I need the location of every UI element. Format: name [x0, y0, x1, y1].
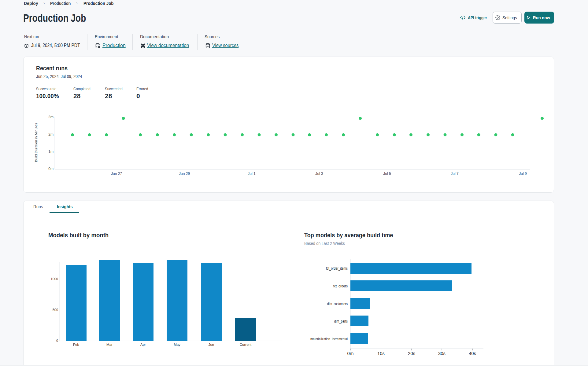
svg-text:materialization_incremental: materialization_incremental	[310, 337, 348, 341]
svg-text:0m: 0m	[347, 351, 354, 356]
svg-text:Jul 3: Jul 3	[315, 172, 323, 176]
svg-text:Jul 1: Jul 1	[248, 172, 256, 176]
svg-text:3m: 3m	[48, 115, 54, 119]
svg-text:Jun 27: Jun 27	[111, 172, 122, 176]
svg-text:Jul 9: Jul 9	[519, 172, 527, 176]
svg-text:Mar: Mar	[106, 343, 113, 346]
svg-text:May: May	[174, 343, 180, 346]
svg-text:Jul 7: Jul 7	[451, 172, 459, 176]
svg-text:0: 0	[56, 339, 58, 342]
svg-text:Jul 5: Jul 5	[383, 172, 391, 176]
svg-text:dim_customers: dim_customers	[327, 302, 348, 306]
svg-text:2m: 2m	[48, 132, 54, 137]
svg-text:Build Duration in Minutes: Build Duration in Minutes	[34, 123, 38, 162]
svg-text:Jun 29: Jun 29	[179, 172, 190, 176]
svg-text:Apr: Apr	[140, 343, 146, 346]
svg-text:10s: 10s	[377, 351, 385, 356]
svg-text:Current: Current	[240, 343, 252, 346]
svg-text:1m: 1m	[48, 150, 54, 154]
svg-text:Jun: Jun	[209, 343, 214, 346]
svg-text:20s: 20s	[408, 351, 415, 356]
svg-text:0m: 0m	[48, 167, 54, 171]
svg-text:1000: 1000	[51, 277, 58, 281]
svg-text:dim_parts: dim_parts	[334, 319, 348, 323]
svg-text:fct_orders: fct_orders	[333, 284, 348, 288]
svg-text:500: 500	[53, 308, 58, 312]
svg-text:fct_order_items: fct_order_items	[326, 266, 348, 271]
svg-text:40s: 40s	[469, 351, 476, 356]
svg-text:30s: 30s	[438, 351, 446, 356]
svg-text:Feb: Feb	[73, 343, 79, 346]
